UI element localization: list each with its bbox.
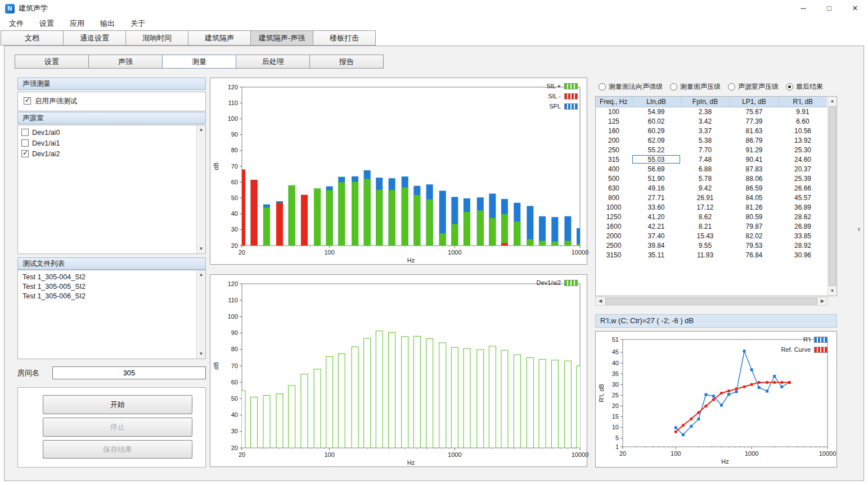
table-row[interactable]: 20062.095.3886.7913.92 <box>596 135 827 145</box>
file-list-scrollbar[interactable]: ▲ ▼ <box>196 270 205 359</box>
table-row[interactable]: 160042.218.2179.8726.89 <box>596 221 827 231</box>
table-cell[interactable]: 9.42 <box>681 183 730 193</box>
table-row[interactable]: 16060.293.3781.6310.56 <box>596 126 827 135</box>
table-cell[interactable]: 10.56 <box>779 126 827 135</box>
room-name-input[interactable] <box>52 366 206 379</box>
subtab[interactable]: 后处理 <box>236 55 310 69</box>
table-cell[interactable]: 1600 <box>596 221 632 231</box>
tab[interactable]: 建筑隔声 <box>188 30 251 46</box>
table-cell[interactable]: 86.59 <box>730 183 779 193</box>
table-row[interactable]: 25055.227.7091.2925.30 <box>596 145 827 155</box>
table-cell[interactable]: 500 <box>596 174 632 183</box>
table-row[interactable]: 10054.992.3875.679.91 <box>596 107 827 116</box>
legend-entry[interactable]: Dev1/ai2 <box>537 279 578 286</box>
table-cell[interactable]: 25.39 <box>779 174 827 183</box>
tab[interactable]: 文档 <box>1 30 64 46</box>
start-button[interactable]: 开始 <box>43 395 192 414</box>
column-header[interactable]: FpIn, dB <box>681 97 730 107</box>
menu-item[interactable]: 文件 <box>1 17 32 30</box>
table-cell[interactable]: 1000 <box>596 202 632 212</box>
legend-entry[interactable]: Ref. Curve <box>781 346 827 353</box>
table-cell[interactable]: 26.89 <box>779 221 827 231</box>
table-cell[interactable]: 6.60 <box>779 116 827 126</box>
table-cell[interactable]: 8.62 <box>681 212 730 221</box>
table-cell[interactable]: 3.37 <box>681 126 730 135</box>
column-header[interactable]: LP1, dB <box>730 97 779 107</box>
table-cell[interactable]: 27.71 <box>632 193 681 202</box>
table-cell[interactable]: 30.96 <box>779 250 827 260</box>
table-cell[interactable]: 25.30 <box>779 145 827 155</box>
channel-list-scrollbar[interactable]: ▲ ▼ <box>196 125 205 253</box>
column-header[interactable]: R'I, dB <box>779 97 827 107</box>
table-cell[interactable]: 62.09 <box>632 135 681 145</box>
table-cell[interactable]: 800 <box>596 193 632 202</box>
table-row[interactable]: 50051.905.7888.0625.39 <box>596 174 827 183</box>
table-cell[interactable]: 3150 <box>596 250 632 260</box>
table-cell[interactable]: 250 <box>596 145 632 155</box>
close-button[interactable]: ✕ <box>842 0 868 17</box>
table-cell[interactable]: 8.21 <box>681 221 730 231</box>
table-cell[interactable]: 60.29 <box>632 126 681 135</box>
menu-item[interactable]: 应用 <box>62 17 92 30</box>
table-cell[interactable]: 82.02 <box>730 231 779 241</box>
table-cell[interactable]: 13.92 <box>779 135 827 145</box>
radio-option[interactable]: 最后结果 <box>786 82 823 92</box>
table-cell[interactable]: 24.60 <box>779 155 827 164</box>
scroll-up-icon[interactable]: ▲ <box>197 270 205 279</box>
table-row[interactable]: 100033.6017.1281.2636.89 <box>596 202 827 212</box>
table-row[interactable]: 315035.1111.9376.8430.96 <box>596 250 827 260</box>
table-row[interactable]: 80027.7126.9184.0545.57 <box>596 193 827 202</box>
table-cell[interactable]: 45.57 <box>779 193 827 202</box>
table-row[interactable]: 12560.023.4277.396.60 <box>596 116 827 126</box>
table-cell[interactable]: 39.84 <box>632 241 681 250</box>
minimize-button[interactable]: ─ <box>790 0 816 17</box>
table-cell[interactable]: 91.29 <box>730 145 779 155</box>
test-file-item[interactable]: Test 1_305-004_SI2 <box>18 272 196 282</box>
table-cell[interactable]: 26.66 <box>779 183 827 193</box>
radio-button[interactable] <box>786 83 793 90</box>
table-cell[interactable]: 33.85 <box>779 231 827 241</box>
table-cell[interactable]: 15.43 <box>681 231 730 241</box>
table-cell[interactable]: 81.26 <box>730 202 779 212</box>
table-cell[interactable]: 5.38 <box>681 135 730 145</box>
table-cell[interactable]: 86.79 <box>730 135 779 145</box>
enable-intensity-checkbox[interactable] <box>24 97 31 105</box>
table-cell[interactable]: 9.55 <box>681 241 730 250</box>
radio-button[interactable] <box>728 83 735 90</box>
legend-entry[interactable]: SPL <box>549 103 578 110</box>
table-cell[interactable]: 88.06 <box>730 174 779 183</box>
table-cell[interactable]: 55.03 <box>632 155 681 164</box>
table-row[interactable]: 40056.696.8887.8320.37 <box>596 164 827 174</box>
menu-item[interactable]: 设置 <box>32 17 62 30</box>
table-cell[interactable]: 2500 <box>596 241 632 250</box>
table-cell[interactable]: 37.40 <box>632 231 681 241</box>
table-cell[interactable]: 54.99 <box>632 107 681 116</box>
table-cell[interactable]: 5.78 <box>681 174 730 183</box>
table-cell[interactable]: 79.87 <box>730 221 779 231</box>
table-cell[interactable]: 80.59 <box>730 212 779 221</box>
table-cell[interactable]: 75.67 <box>730 107 779 116</box>
tab[interactable]: 建筑隔声-声强 <box>250 30 313 46</box>
table-cell[interactable]: 60.02 <box>632 116 681 126</box>
channel-checkbox[interactable] <box>21 129 29 136</box>
save-results-button[interactable]: 保存结果 <box>43 440 192 459</box>
subtab[interactable]: 设置 <box>15 55 89 69</box>
column-header[interactable]: Freq., Hz <box>596 97 632 107</box>
legend-entry[interactable]: SIL - <box>548 93 578 99</box>
column-header[interactable]: LIn,dB <box>632 97 681 107</box>
table-cell[interactable]: 26.91 <box>681 193 730 202</box>
table-row[interactable]: 63049.169.4286.5926.66 <box>596 183 827 193</box>
radio-button[interactable] <box>599 83 606 90</box>
radio-option[interactable]: 测量面法向声强级 <box>599 82 663 92</box>
table-cell[interactable]: 35.11 <box>632 250 681 260</box>
table-cell[interactable]: 87.83 <box>730 164 779 174</box>
menu-item[interactable]: 输出 <box>92 17 123 30</box>
table-cell[interactable]: 9.91 <box>779 107 827 116</box>
channel-checkbox[interactable] <box>21 139 29 147</box>
table-cell[interactable]: 49.16 <box>632 183 681 193</box>
scroll-down-icon[interactable]: ▼ <box>197 350 205 359</box>
scroll-down-icon[interactable]: ▼ <box>828 287 836 296</box>
table-cell[interactable]: 125 <box>596 116 632 126</box>
table-row[interactable]: 31555.037.4890.4124.60 <box>596 155 827 164</box>
legend-entry[interactable]: SIL + <box>546 83 578 89</box>
